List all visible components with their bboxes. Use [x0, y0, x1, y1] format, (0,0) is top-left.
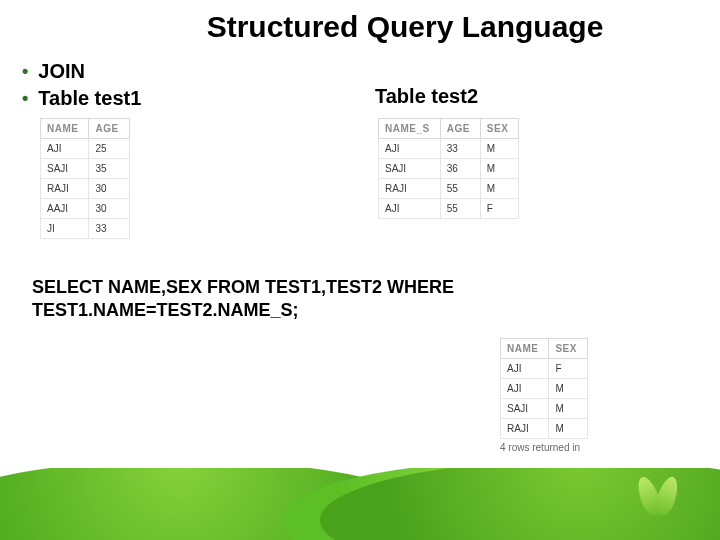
table-row: AJI33M	[379, 139, 519, 159]
col-header: AGE	[440, 119, 480, 139]
table-row: AAJI30	[41, 199, 130, 219]
table-row: AJIM	[501, 379, 588, 399]
table-row: AJIF	[501, 359, 588, 379]
table-row: SAJI35	[41, 159, 130, 179]
col-header: SEX	[549, 339, 588, 359]
table-row: SAJI36M	[379, 159, 519, 179]
slide-title: Structured Query Language	[0, 10, 720, 44]
grass-footer	[0, 468, 720, 540]
bullet-text: JOIN	[38, 58, 85, 85]
bullet-item: • Table test1	[22, 85, 141, 112]
leaf-icon	[636, 476, 680, 520]
table-row: AJI25	[41, 139, 130, 159]
col-header: SEX	[480, 119, 519, 139]
table-test1: NAME AGE AJI25 SAJI35 RAJI30 AAJI30 JI33	[40, 118, 130, 239]
table-row: RAJI30	[41, 179, 130, 199]
col-header: NAME_S	[379, 119, 441, 139]
table-row: AJI55F	[379, 199, 519, 219]
bullet-icon: •	[22, 59, 28, 83]
table-row: JI33	[41, 219, 130, 239]
col-header: NAME	[501, 339, 549, 359]
slide: Structured Query Language • JOIN • Table…	[0, 0, 720, 540]
table-row: SAJIM	[501, 399, 588, 419]
table-row: RAJI55M	[379, 179, 519, 199]
table-result: NAME SEX AJIF AJIM SAJIM RAJIM	[500, 338, 588, 439]
bullet-icon: •	[22, 86, 28, 110]
bullet-item: • JOIN	[22, 58, 141, 85]
sql-statement: SELECT NAME,SEX FROM TEST1,TEST2 WHERE T…	[32, 276, 532, 321]
col-header: NAME	[41, 119, 89, 139]
table2-label: Table test2	[375, 85, 478, 108]
col-header: AGE	[89, 119, 129, 139]
result-footnote: 4 rows returned in	[500, 442, 580, 453]
bullet-text: Table test1	[38, 85, 141, 112]
bullet-list: • JOIN • Table test1	[22, 58, 141, 112]
table-row: RAJIM	[501, 419, 588, 439]
table-test2: NAME_S AGE SEX AJI33M SAJI36M RAJI55M AJ…	[378, 118, 519, 219]
